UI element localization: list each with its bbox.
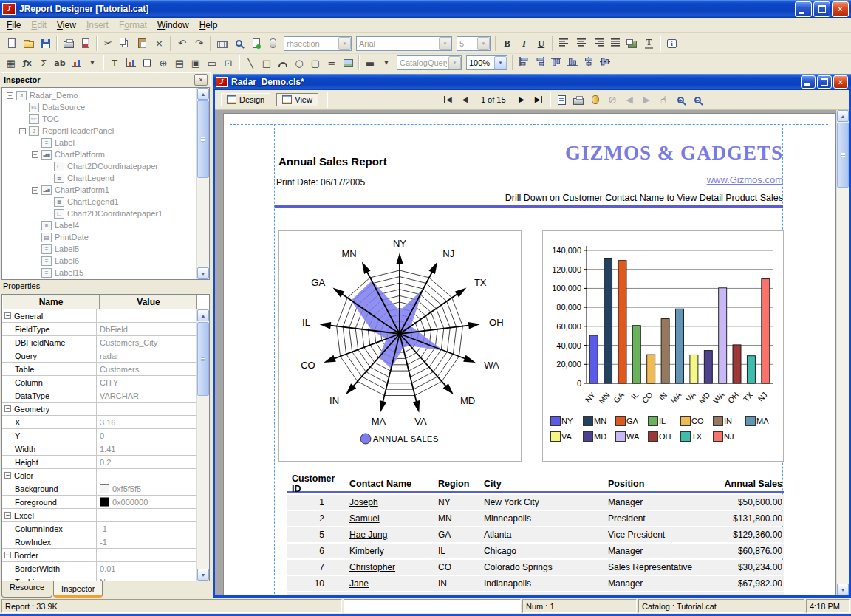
chevron-down-icon[interactable]: ▼	[477, 37, 490, 50]
contact-name-cell[interactable]: Richard	[345, 595, 434, 595]
bold-button[interactable]: B	[499, 35, 516, 52]
save-button[interactable]	[37, 35, 54, 52]
tree-scrollbar[interactable]: ▲ ▼	[196, 88, 209, 279]
property-value[interactable]: 0xf5f5f5	[97, 482, 197, 495]
tip-of-day-button[interactable]: i	[663, 35, 680, 52]
cut-button[interactable]: ✂	[100, 35, 117, 52]
underline-button[interactable]: U	[533, 35, 550, 52]
align-right-edges-button[interactable]	[532, 55, 548, 70]
menu-file[interactable]: File	[1, 18, 26, 32]
line-color-button[interactable]: ▬	[362, 55, 378, 70]
tree-item-chart2dcoordinatepaper1[interactable]: ∟Chart2DCoordinatepaper1	[2, 208, 197, 219]
property-value[interactable]: CITY	[97, 376, 197, 389]
scroll-up-icon[interactable]: ▲	[837, 110, 849, 122]
property-value[interactable]: 0.01	[97, 562, 197, 575]
chart-wizard-button[interactable]	[68, 55, 84, 70]
inspector-close-icon[interactable]: ×	[194, 74, 208, 86]
pointer-mode-button[interactable]	[264, 35, 281, 52]
chevron-down-icon[interactable]: ▼	[439, 37, 451, 50]
collapse-icon[interactable]: −	[19, 128, 26, 134]
next-page-button[interactable]: ▶	[513, 92, 530, 108]
tab-resource[interactable]: Resource	[1, 581, 52, 598]
collapse-icon[interactable]: −	[4, 512, 11, 519]
tree-item-radar_demo[interactable]: −JRadar_Demo	[2, 89, 197, 101]
first-page-button[interactable]: ◀	[440, 92, 457, 108]
doc-restore-button[interactable]	[817, 75, 832, 89]
draw-arc-button[interactable]	[275, 55, 291, 70]
insert-ole-object-button[interactable]: ⊡	[220, 55, 236, 70]
insert-subreport-button[interactable]: ▣	[188, 55, 204, 70]
tree-item-label[interactable]: ≡Label	[2, 137, 197, 148]
insert-table-button[interactable]: ▦	[3, 55, 19, 70]
export-pdf-button[interactable]	[77, 35, 94, 52]
property-value[interactable]	[97, 549, 197, 561]
document-scrollbar[interactable]: ▲ ▼	[836, 110, 849, 595]
insert-barcode-button[interactable]	[139, 55, 155, 70]
property-value[interactable]: 0x000000	[97, 496, 197, 508]
italic-button[interactable]: I	[516, 35, 533, 52]
contact-name-link[interactable]: Kimberly	[349, 546, 384, 556]
property-value[interactable]: -1	[97, 522, 197, 535]
design-tab[interactable]: Design	[221, 93, 270, 106]
insert-multimedia-button[interactable]: ≣	[324, 55, 340, 70]
contact-name-cell[interactable]: Joseph	[345, 497, 434, 507]
align-top-edges-button[interactable]	[548, 55, 564, 70]
shortcut-keys-button[interactable]	[213, 35, 230, 52]
scroll-down-icon[interactable]: ▼	[197, 569, 209, 581]
insert-summary-button[interactable]: Σ	[35, 55, 52, 70]
tree-item-label4[interactable]: ≡Label4	[2, 219, 197, 231]
contact-name-link[interactable]: Richard	[349, 595, 380, 595]
print-button[interactable]	[60, 35, 77, 52]
zoom-combo[interactable]: 100%▼	[466, 55, 507, 70]
center-vertically-button[interactable]	[597, 55, 613, 70]
property-value[interactable]	[97, 309, 197, 322]
draw-roundrect-button[interactable]: ▢	[307, 55, 324, 70]
tree-item-chartlegend[interactable]: ≣ChartLegend	[2, 172, 197, 184]
property-value[interactable]	[97, 509, 197, 521]
property-value[interactable]	[97, 403, 197, 415]
property-value[interactable]: 1.41	[97, 442, 197, 455]
contact-name-link[interactable]: Christopher	[349, 562, 395, 572]
menu-help[interactable]: Help	[194, 18, 223, 32]
line-color-dropdown[interactable]: ▼	[378, 55, 394, 70]
scroll-down-icon[interactable]: ▼	[837, 584, 849, 595]
zoom-in-button[interactable]: +	[672, 92, 689, 108]
property-value[interactable]: radar	[97, 349, 197, 362]
undo-button[interactable]: ↶	[174, 35, 191, 52]
collapse-icon[interactable]: −	[4, 405, 11, 412]
zoom-out-button[interactable]: −	[689, 92, 706, 108]
contact-name-link[interactable]: Jane	[349, 578, 369, 589]
chevron-down-icon[interactable]: ▼	[448, 56, 461, 69]
tree-item-toc[interactable]: TOCTOC	[2, 113, 197, 125]
query-combo[interactable]: CatalogQuery▼	[397, 55, 462, 70]
menu-view[interactable]: View	[52, 18, 81, 32]
insert-crosstab-button[interactable]: ▤	[171, 55, 188, 70]
tree-item-label6[interactable]: ≡Label6	[2, 255, 197, 267]
collapse-icon[interactable]: −	[4, 472, 11, 479]
align-justify-button[interactable]	[606, 35, 623, 52]
redo-button[interactable]: ↷	[191, 35, 208, 52]
tree-item-chartplatform[interactable]: −▃▅▇ChartPlatform	[2, 148, 197, 160]
align-left-edges-button[interactable]	[516, 55, 532, 70]
go-back-button[interactable]: ◀	[621, 92, 638, 108]
close-button[interactable]: ×	[832, 1, 849, 17]
scroll-down-icon[interactable]: ▼	[197, 267, 209, 279]
font-size-combo[interactable]: 5▼	[457, 36, 491, 51]
insert-text-button[interactable]: T	[106, 55, 123, 70]
align-right-button[interactable]	[589, 35, 606, 52]
contact-name-link[interactable]: Joseph	[349, 497, 378, 507]
insert-chart-button[interactable]	[123, 55, 139, 70]
tab-inspector[interactable]: Inspector	[53, 581, 103, 598]
prev-page-button[interactable]: ◀	[457, 92, 474, 108]
section-combo[interactable]: rhsection▼	[284, 36, 352, 51]
delete-button[interactable]: ×	[151, 35, 168, 52]
property-value[interactable]: -1	[97, 535, 197, 548]
last-page-button[interactable]: ▶	[530, 92, 547, 108]
contact-name-cell[interactable]: Christopher	[345, 562, 434, 572]
property-value[interactable]: 3.16	[97, 416, 197, 428]
menu-insert[interactable]: Insert	[81, 18, 114, 32]
contact-name-link[interactable]: Samuel	[349, 513, 380, 524]
align-center-button[interactable]	[573, 35, 589, 52]
paste-button[interactable]	[134, 35, 151, 52]
insert-web-control-button[interactable]: ⊕	[155, 55, 171, 70]
